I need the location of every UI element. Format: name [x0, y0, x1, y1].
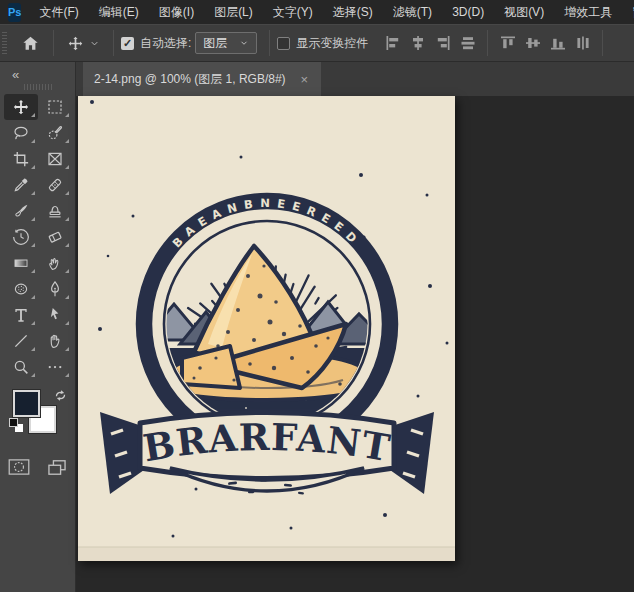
- quick-selection-tool[interactable]: [38, 120, 72, 146]
- menu-item-6[interactable]: 滤镜(T): [383, 0, 442, 24]
- document-canvas[interactable]: BAEANBNEEREED: [78, 96, 455, 561]
- hand-tool[interactable]: [38, 328, 72, 354]
- clone-stamp-tool[interactable]: [38, 198, 72, 224]
- align-right-button[interactable]: [430, 31, 455, 55]
- menu-item-9[interactable]: 增效工具: [554, 0, 622, 24]
- align-bottom-icon: [550, 35, 566, 51]
- menu-item-7[interactable]: 3D(D): [442, 0, 494, 24]
- move-icon: [67, 35, 84, 52]
- gradient-tool-icon: [12, 254, 30, 272]
- eyedropper-tool[interactable]: [4, 172, 38, 198]
- hand-tool-icon: [46, 332, 64, 350]
- tools-panel-grip[interactable]: [24, 84, 52, 90]
- foreground-color-swatch[interactable]: [13, 390, 40, 417]
- history-brush-tool-icon: [12, 228, 30, 246]
- home-button[interactable]: [15, 28, 46, 58]
- quick-mask-icon: [8, 459, 30, 475]
- align-bottom-button[interactable]: [545, 31, 570, 55]
- distribute-vertical-centers-button[interactable]: [570, 31, 595, 55]
- tools-panel: «: [0, 62, 76, 592]
- home-icon: [21, 34, 40, 53]
- chevron-down-icon: [239, 38, 249, 48]
- default-colors-button[interactable]: [9, 418, 25, 434]
- menu-item-10[interactable]: 窗口(W): [622, 0, 634, 24]
- zoom-tool[interactable]: [4, 354, 38, 380]
- distribute-horizontal-centers-button[interactable]: [455, 31, 480, 55]
- gradient-tool[interactable]: [4, 250, 38, 276]
- lasso-tool-icon: [12, 124, 30, 142]
- line-tool[interactable]: [4, 328, 38, 354]
- photoshop-logo: Ps: [8, 3, 21, 22]
- healing-brush-tool[interactable]: [38, 172, 72, 198]
- auto-select-target-value: 图层: [203, 35, 227, 52]
- screen-mode-button[interactable]: [45, 458, 69, 476]
- pen-tool-icon: [46, 280, 64, 298]
- marquee-tool[interactable]: [38, 94, 72, 120]
- smudge-tool-icon: [46, 254, 64, 272]
- sponge-tool[interactable]: [4, 276, 38, 302]
- more-tools-icon: [46, 358, 64, 376]
- brush-tool-icon: [12, 202, 30, 220]
- line-tool-icon: [12, 332, 30, 350]
- align-right-icon: [435, 35, 451, 51]
- menu-item-8[interactable]: 视图(V): [494, 0, 554, 24]
- sponge-tool-icon: [12, 280, 30, 298]
- pen-tool[interactable]: [38, 276, 72, 302]
- distribute-horizontal-centers-icon: [460, 35, 476, 51]
- move-tool-icon: [12, 98, 30, 116]
- menu-item-2[interactable]: 图像(I): [149, 0, 204, 24]
- eraser-tool[interactable]: [38, 224, 72, 250]
- brush-tool[interactable]: [4, 198, 38, 224]
- swap-arrows-icon: [54, 389, 67, 402]
- frame-tool[interactable]: [38, 146, 72, 172]
- tab-close-button[interactable]: ×: [299, 71, 311, 88]
- type-tool-icon: [12, 306, 30, 324]
- document-tab-title: 2-14.png @ 100% (图层 1, RGB/8#): [94, 71, 286, 88]
- align-top-icon: [500, 35, 516, 51]
- quick-mask-button[interactable]: [7, 458, 31, 476]
- menu-item-4[interactable]: 文字(Y): [263, 0, 323, 24]
- align-center-horizontal-icon: [410, 35, 426, 51]
- auto-select-label: 自动选择:: [140, 35, 191, 52]
- options-bar-grip[interactable]: [2, 32, 7, 54]
- logo-artwork: BAEANBNEEREED: [78, 96, 455, 561]
- marquee-tool-icon: [46, 98, 64, 116]
- zoom-tool-icon: [12, 358, 30, 376]
- more-tools[interactable]: [38, 354, 72, 380]
- menu-bar: Ps 文件(F)编辑(E)图像(I)图层(L)文字(Y)选择(S)滤镜(T)3D…: [0, 0, 634, 24]
- eraser-tool-icon: [46, 228, 64, 246]
- align-top-button[interactable]: [495, 31, 520, 55]
- align-center-vertical-icon: [525, 35, 541, 51]
- align-center-horizontal-button[interactable]: [405, 31, 430, 55]
- quick-selection-tool-icon: [46, 124, 64, 142]
- align-center-vertical-button[interactable]: [520, 31, 545, 55]
- photoshop-window: Ps 文件(F)编辑(E)图像(I)图层(L)文字(Y)选择(S)滤镜(T)3D…: [0, 0, 634, 592]
- menu-item-1[interactable]: 编辑(E): [89, 0, 149, 24]
- path-selection-tool[interactable]: [38, 302, 72, 328]
- type-tool[interactable]: [4, 302, 38, 328]
- align-left-button[interactable]: [380, 31, 405, 55]
- move-tool-preset[interactable]: [61, 28, 106, 58]
- move-tool[interactable]: [4, 94, 38, 120]
- chevron-down-icon: [89, 38, 100, 49]
- document-tab[interactable]: 2-14.png @ 100% (图层 1, RGB/8#) ×: [83, 62, 321, 96]
- distribute-vertical-centers-icon: [575, 35, 591, 51]
- document-tab-strip: 2-14.png @ 100% (图层 1, RGB/8#) ×: [76, 62, 634, 96]
- swap-colors-button[interactable]: [54, 388, 67, 406]
- clone-stamp-tool-icon: [46, 202, 64, 220]
- lasso-tool[interactable]: [4, 120, 38, 146]
- crop-tool[interactable]: [4, 146, 38, 172]
- auto-select-target-dropdown[interactable]: 图层: [195, 32, 257, 54]
- collapse-panels-button[interactable]: «: [0, 62, 75, 82]
- menu-item-3[interactable]: 图层(L): [204, 0, 263, 24]
- history-brush-tool[interactable]: [4, 224, 38, 250]
- menu-item-5[interactable]: 选择(S): [323, 0, 383, 24]
- eyedropper-tool-icon: [12, 176, 30, 194]
- auto-select-checkbox[interactable]: ✓: [121, 37, 134, 50]
- smudge-tool[interactable]: [38, 250, 72, 276]
- screen-mode-icon: [47, 459, 67, 476]
- color-swatches: [0, 388, 75, 444]
- menu-item-0[interactable]: 文件(F): [29, 0, 88, 24]
- healing-brush-tool-icon: [46, 176, 64, 194]
- show-transform-checkbox[interactable]: [277, 37, 290, 50]
